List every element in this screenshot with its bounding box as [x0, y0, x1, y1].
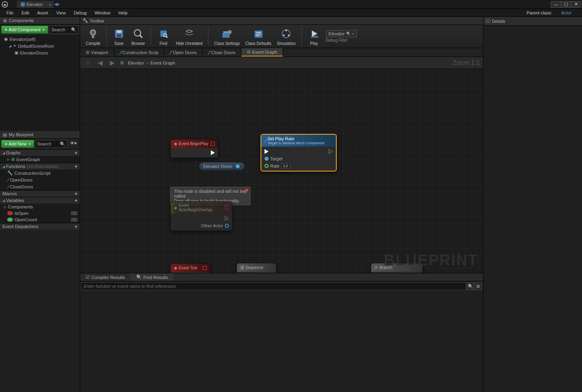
function-item[interactable]: 🔧ConstructionScript — [0, 170, 80, 176]
view-options-button[interactable]: 👁▾ — [69, 140, 79, 148]
hide-icon — [182, 27, 196, 40]
tab-eventgraph[interactable]: ⊞Event Graph — [241, 48, 283, 57]
section-variables[interactable]: ◢ Variables + — [0, 197, 80, 204]
compile-button[interactable]: Compile — [83, 26, 103, 46]
variable-item[interactable]: OpenCount — [0, 216, 80, 223]
menu-view[interactable]: View — [52, 9, 70, 16]
breadcrumb-root[interactable]: Elevator — [128, 61, 144, 65]
exec-out-pin[interactable] — [211, 150, 215, 155]
svg-rect-19 — [256, 35, 259, 36]
menu-asset[interactable]: Asset — [33, 9, 53, 16]
function-item[interactable]: 𝑓CloseDoors — [0, 183, 80, 190]
close-tab-icon[interactable]: × — [49, 2, 51, 7]
object-out-pin[interactable] — [236, 164, 240, 168]
exec-in-pin[interactable] — [265, 149, 269, 154]
node-toggle-icon[interactable] — [225, 206, 229, 210]
section-macros[interactable]: Macros + — [0, 190, 80, 197]
tab-closedoors[interactable]: 𝑓Close Doors — [203, 48, 242, 57]
search-icon: 🔍 — [346, 32, 351, 36]
tab-viewport[interactable]: ⊞Viewport — [80, 48, 114, 57]
eye-toggle-icon[interactable] — [71, 218, 77, 222]
save-button[interactable]: Save — [110, 26, 128, 46]
node-event-tick[interactable]: ◈ Event Tick — [170, 263, 210, 273]
exec-out-pin[interactable] — [225, 216, 229, 221]
find-button[interactable]: Find — [154, 26, 173, 46]
add-dispatcher-button[interactable]: + — [75, 224, 77, 229]
maximize-button[interactable]: ▢ — [561, 1, 571, 8]
add-component-button[interactable]: + Add Component — [1, 26, 48, 34]
node-sequence[interactable]: ⇶ Sequence Then 0 — [236, 263, 277, 273]
function-item[interactable]: 𝑓OpenDoors — [0, 176, 80, 183]
menu-edit[interactable]: Edit — [18, 9, 33, 16]
minimize-button[interactable]: — — [551, 1, 561, 8]
class-settings-button[interactable]: Class Settings — [212, 26, 242, 46]
add-new-button[interactable]: + Add New — [1, 140, 34, 148]
eventgraph-icon: ⊞ — [11, 157, 15, 162]
debug-filter: Elevator 🔍 Debug Filter — [326, 30, 357, 42]
nav-back-button[interactable]: ◀ — [96, 59, 104, 67]
add-variable-button[interactable]: + — [75, 198, 77, 203]
variable-category[interactable]: ▷Components — [0, 204, 80, 210]
other-actor-pin[interactable]: Other Actor — [201, 223, 229, 228]
add-macro-button[interactable]: + — [75, 191, 77, 196]
breadcrumb-row: ☆ ◀ ▶ ⊞ Elevator › Event Graph Zoom 1:1 — [80, 57, 483, 69]
favorite-button[interactable]: ☆ — [83, 59, 92, 67]
function-icon: 𝑓 — [7, 184, 8, 189]
components-search-input[interactable]: Search 🔍 — [49, 26, 79, 34]
class-defaults-button[interactable]: Class Defaults — [243, 26, 273, 46]
tab-find-results[interactable]: 🔍Find Results — [131, 273, 174, 281]
simulation-button[interactable]: Simulation — [275, 26, 298, 46]
tree-item-self[interactable]: ◉ Elevator(self) — [2, 36, 78, 42]
node-actor-begin-overlap[interactable]: ◈ Event ActorBeginOverlap Other Actor — [170, 201, 232, 231]
section-graphs[interactable]: ◢ Graphs + — [0, 149, 80, 156]
svg-rect-17 — [256, 32, 261, 33]
tab-construction[interactable]: 𝑓Construction Scrip — [114, 48, 165, 57]
find-filter-button[interactable]: ⧉ — [474, 282, 482, 290]
exec-out-pin[interactable] — [329, 149, 333, 154]
variable-item[interactable]: IsOpen — [0, 210, 80, 216]
menu-debug[interactable]: Debug — [70, 9, 91, 16]
close-window-button[interactable]: ✕ — [571, 1, 581, 8]
browse-button[interactable]: Browse — [129, 26, 148, 46]
axes-icon: ✦ — [13, 43, 16, 48]
node-toggle-icon[interactable] — [203, 266, 207, 270]
debug-filter-select[interactable]: Elevator 🔍 — [326, 30, 357, 37]
blueprint-search-input[interactable]: Search 🔍 — [35, 140, 67, 148]
document-tab[interactable]: Elevator × — [17, 1, 54, 8]
tree-item-doors[interactable]: ▣ ElevatorDoors — [2, 49, 78, 56]
find-input[interactable] — [81, 282, 466, 290]
tab-compiler-results[interactable]: ☑Compiler Results — [80, 273, 131, 281]
node-set-play-rate[interactable]: 𝑓 Set Play Rate Target is Skeletal Mesh … — [261, 134, 337, 172]
eye-toggle-icon[interactable] — [71, 211, 77, 215]
target-pin[interactable]: Target — [265, 156, 283, 161]
graph-canvas[interactable]: ◈ Event BeginPlay Elevator Doors 𝑓 Se — [80, 69, 483, 273]
chevron-right-icon: › — [146, 61, 148, 65]
marketplace-icon[interactable] — [54, 2, 60, 7]
settings-icon — [220, 27, 234, 40]
breadcrumb-icon: ⊞ — [120, 60, 124, 65]
rate-pin[interactable]: Rate0,0 — [265, 164, 290, 168]
node-toggle-icon[interactable] — [211, 142, 215, 146]
play-button[interactable]: Play — [305, 26, 323, 46]
add-function-button[interactable]: + — [75, 164, 77, 169]
add-graph-button[interactable]: + — [75, 150, 77, 155]
graph-item-eventgraph[interactable]: ▷ ⊞ EventGraph — [0, 156, 80, 163]
menu-window[interactable]: Window — [91, 9, 114, 16]
tree-item-root[interactable]: ◢ ✦ DefaultSceneRoot — [2, 42, 78, 49]
menu-help[interactable]: Help — [114, 9, 131, 16]
bool-pill-icon — [7, 211, 13, 215]
menu-file[interactable]: File — [2, 9, 18, 16]
toolbar-header: 🔧 Toolbar — [80, 17, 483, 25]
tab-opendoors[interactable]: 𝑓Open Doors — [164, 48, 202, 57]
section-functions[interactable]: ◢ Functions (18 Overridable) + — [0, 163, 80, 170]
node-elevator-doors[interactable]: Elevator Doors — [199, 162, 245, 171]
caret-right-icon: ▷ — [4, 205, 6, 209]
node-event-beginplay[interactable]: ◈ Event BeginPlay — [170, 139, 218, 158]
parent-class-link[interactable]: Actor — [557, 9, 576, 16]
nav-forward-button[interactable]: ▶ — [108, 59, 116, 67]
find-search-button[interactable]: 🔍 — [467, 282, 475, 290]
function-icon: 𝑓 — [7, 177, 8, 182]
hide-unrelated-button[interactable]: Hide Unrelated — [174, 26, 205, 46]
rate-input[interactable]: 0,0 — [281, 164, 290, 168]
section-dispatchers[interactable]: Event Dispatchers + — [0, 223, 80, 230]
